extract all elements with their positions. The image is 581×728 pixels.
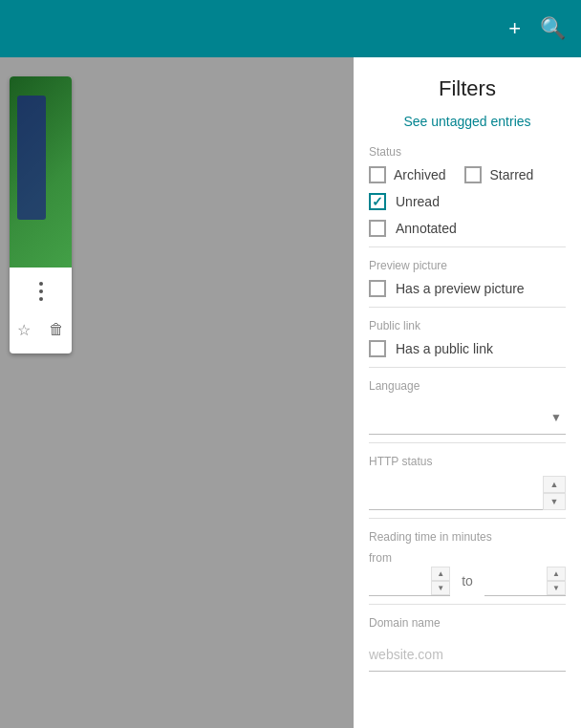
archived-checkbox[interactable] [369,166,386,183]
http-status-up-button[interactable]: ▲ [543,476,566,493]
preview-section-label: Preview picture [369,259,566,272]
preview-row: Has a preview picture [369,280,566,297]
language-dropdown-container: English French German Spanish ▼ [369,400,566,435]
reading-to-input[interactable] [484,567,547,595]
filters-panel: Filters See untagged entries Status Arch… [354,57,581,728]
annotated-row: Annotated [369,220,566,237]
archived-starred-row: Archived Starred [369,166,566,183]
starred-checkbox[interactable] [464,166,482,183]
from-input-inner: ▲ ▼ [369,567,450,596]
to-label: to [462,560,473,589]
unread-label: Unread [396,194,440,209]
left-panel: ☆ 🗑 [0,57,354,728]
preview-label: Has a preview picture [396,281,525,296]
archived-label: Archived [394,167,445,182]
app-container: + 🔍 ☆ 🗑 Filters See unta [0,0,581,728]
unread-row: ✓ Unread [369,193,566,210]
from-label: from [369,551,450,565]
domain-section-label: Domain name [369,616,566,630]
card-actions: ☆ 🗑 [10,315,72,345]
public-link-row: Has a public link [369,340,566,357]
language-section-label: Language [369,379,566,393]
unread-checkbox[interactable]: ✓ [369,193,386,210]
to-spacer-label [484,551,566,565]
public-link-checkbox[interactable] [369,340,386,357]
see-untagged-anchor[interactable]: See untagged entries [403,114,530,129]
http-status-container: ▲ ▼ [369,476,566,510]
filters-title: Filters [369,57,566,113]
top-bar: + 🔍 [0,0,581,57]
checkmark-icon: ✓ [372,194,383,209]
from-wrapper: from ▲ ▼ [369,551,450,596]
reading-time-row: from ▲ ▼ to ▲ [369,551,566,596]
annotated-label: Annotated [396,221,457,236]
from-up-button[interactable]: ▲ [431,567,450,581]
dot [39,282,43,286]
to-input-inner: ▲ ▼ [484,567,566,596]
divider-1 [369,246,566,247]
http-status-input[interactable] [369,476,566,510]
article-card: ☆ 🗑 [10,76,72,353]
divider-3 [369,367,566,368]
archived-checkbox-item: Archived [369,166,445,183]
star-icon[interactable]: ☆ [17,321,31,339]
status-section-label: Status [369,145,566,159]
card-thumbnail [10,76,72,268]
divider-4 [369,442,566,443]
to-down-button[interactable]: ▼ [547,581,566,595]
divider-2 [369,307,566,308]
http-status-spinner: ▲ ▼ [543,476,566,510]
starred-label: Starred [489,167,533,182]
content-area: ☆ 🗑 Filters See untagged entries Status … [0,57,581,728]
card-menu-button[interactable] [10,268,72,315]
annotated-checkbox[interactable] [369,220,386,237]
public-link-section-label: Public link [369,319,566,332]
to-spinner: ▲ ▼ [547,567,566,595]
http-status-section-label: HTTP status [369,455,566,468]
to-up-button[interactable]: ▲ [547,567,566,581]
from-spinner: ▲ ▼ [431,567,450,595]
http-status-down-button[interactable]: ▼ [543,493,566,510]
language-select[interactable]: English French German Spanish [369,400,566,435]
public-link-label: Has a public link [396,341,493,356]
starred-checkbox-item: Starred [464,166,533,183]
divider-6 [369,604,566,605]
to-wrapper: ▲ ▼ [484,551,566,596]
reading-time-section-label: Reading time in minutes [369,530,566,544]
preview-checkbox[interactable] [369,280,386,297]
dot [39,289,43,293]
reading-from-input[interactable] [369,567,431,595]
divider-5 [369,518,566,519]
see-untagged-link[interactable]: See untagged entries [369,113,566,130]
delete-icon[interactable]: 🗑 [49,321,64,339]
domain-input[interactable] [369,637,566,672]
from-down-button[interactable]: ▼ [431,581,450,595]
search-button[interactable]: 🔍 [540,16,566,41]
add-button[interactable]: + [508,16,521,41]
dot [39,297,43,301]
